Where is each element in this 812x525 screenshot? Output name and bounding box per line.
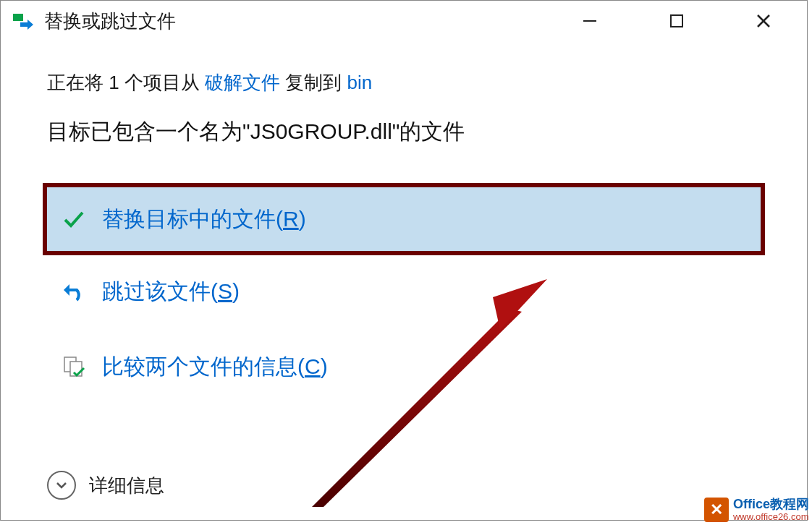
option-skip[interactable]: 跳过该文件(S): [47, 255, 761, 328]
close-button[interactable]: [720, 1, 807, 41]
titlebar: 替换或跳过文件: [1, 1, 807, 41]
svg-rect-0: [13, 14, 23, 21]
watermark-text: Office教程网 www.office26.com: [733, 498, 809, 522]
undo-icon: [62, 279, 86, 304]
copy-description: 正在将 1 个项目从 破解文件 复制到 bin: [47, 70, 761, 95]
app-icon: [12, 10, 34, 32]
dest-folder-link[interactable]: bin: [347, 72, 373, 93]
details-toggle[interactable]: 详细信息: [47, 471, 164, 500]
minimize-button[interactable]: [546, 1, 633, 41]
option-replace[interactable]: 替换目标中的文件(R): [43, 183, 765, 255]
details-label: 详细信息: [89, 473, 164, 498]
watermark-icon: ✕: [704, 498, 729, 522]
option-compare[interactable]: 比较两个文件的信息(C): [47, 330, 761, 403]
option-compare-label: 比较两个文件的信息(C): [102, 352, 328, 382]
source-folder-link[interactable]: 破解文件: [205, 72, 280, 93]
dialog-content: 正在将 1 个项目从 破解文件 复制到 bin 目标已包含一个名为"JS0GRO…: [1, 41, 807, 403]
conflict-message: 目标已包含一个名为"JS0GROUP.dll"的文件: [47, 117, 761, 147]
maximize-button[interactable]: [633, 1, 720, 41]
option-skip-label: 跳过该文件(S): [102, 277, 240, 307]
svg-rect-2: [671, 15, 682, 27]
copy-mid: 复制到: [280, 72, 347, 93]
window-controls: [546, 1, 807, 41]
dialog-title: 替换或跳过文件: [44, 9, 176, 34]
chevron-down-icon: [47, 471, 76, 500]
dialog-window: 替换或跳过文件 正在将 1 个项目从 破解文件 复制到 bin 目标已包含一个名…: [0, 0, 808, 521]
compare-files-icon: [62, 354, 86, 379]
watermark: ✕ Office教程网 www.office26.com: [704, 498, 809, 522]
copy-prefix: 正在将 1 个项目从: [47, 72, 205, 93]
option-replace-label: 替换目标中的文件(R): [102, 205, 306, 234]
check-icon: [62, 207, 86, 231]
